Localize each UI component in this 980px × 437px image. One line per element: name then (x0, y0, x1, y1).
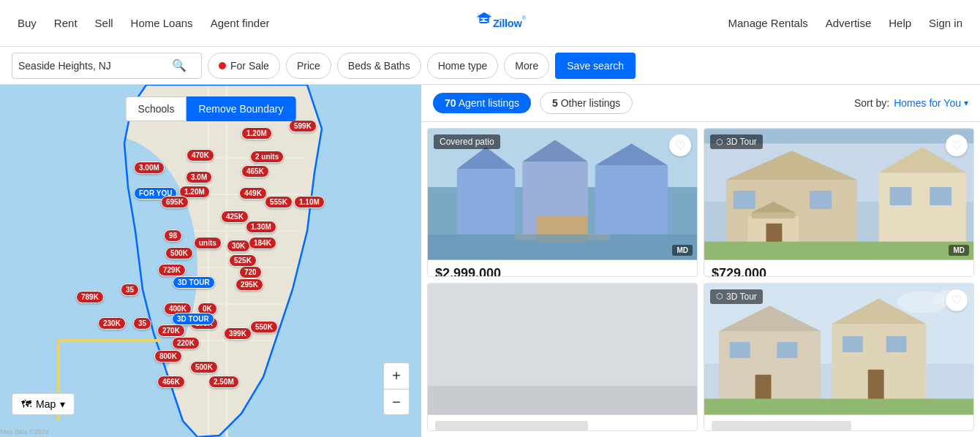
top-nav: Buy Rent Sell Home Loans Agent finder Zi… (0, 0, 980, 47)
search-input-wrap[interactable]: 🔍 (12, 53, 202, 79)
nav-left: Buy Rent Sell Home Loans Agent finder (18, 17, 270, 29)
home-type-button[interactable]: Home type (427, 53, 499, 79)
listing-heart-1[interactable]: ♡ (669, 134, 691, 156)
cube-icon: ⬡ (716, 137, 723, 147)
svg-rect-27 (595, 165, 668, 234)
svg-rect-46 (704, 242, 973, 260)
svg-text:®: ® (522, 15, 526, 20)
svg-rect-44 (890, 187, 912, 205)
listing-price-1: $2,999,000 (435, 266, 690, 277)
listing-heart-2[interactable]: ♡ (946, 134, 968, 156)
listings-header: 70 Agent listings 5 Other listings Sort … (421, 85, 980, 122)
svg-rect-45 (930, 187, 951, 205)
map-buttons-top: Schools Remove Boundary (126, 96, 296, 121)
nav-sign-in[interactable]: Sign in (929, 17, 962, 29)
listing-info-1: $2,999,000 5 bds 5 ba -- sqft · House fo… (428, 260, 697, 277)
svg-rect-59 (886, 336, 907, 352)
svg-rect-41 (810, 191, 832, 209)
beds-baths-button[interactable]: Beds & Baths (337, 53, 421, 79)
listing-logo-1: MD (672, 245, 693, 256)
nav-manage-rentals[interactable]: Manage Rentals (728, 17, 807, 29)
save-search-button[interactable]: Save search (555, 53, 636, 79)
svg-rect-37 (752, 213, 796, 218)
search-input[interactable] (18, 60, 172, 72)
listing-card-2[interactable]: ⬡ 3D Tour ♡ MD $729,000 4 bds 2 ba -- sq… (704, 128, 974, 277)
nav-rent[interactable]: Rent (54, 17, 78, 29)
listing-card-1[interactable]: Covered patio ♡ MD $2,999,000 5 bds 5 ba… (427, 128, 698, 277)
listings-panel: 70 Agent listings 5 Other listings Sort … (421, 85, 980, 437)
chevron-down-icon: ▾ (60, 398, 65, 410)
map-type-button[interactable]: 🗺 Map ▾ (12, 393, 75, 415)
svg-text:Zillow: Zillow (493, 17, 522, 28)
nav-help[interactable]: Help (889, 17, 911, 29)
zoom-in-button[interactable]: + (383, 362, 410, 389)
svg-rect-49 (428, 385, 697, 414)
svg-rect-23 (457, 169, 516, 235)
listing-badge-1: Covered patio (434, 134, 500, 149)
listing-card-4[interactable]: ⬡ 3D Tour ♡ (704, 283, 974, 432)
zoom-out-button[interactable]: − (383, 389, 410, 415)
svg-rect-56 (730, 342, 750, 358)
svg-rect-62 (704, 398, 973, 414)
other-listings-tab[interactable]: 5 Other listings (540, 92, 633, 114)
agent-listings-tab[interactable]: 70 Agent listings (433, 93, 531, 113)
svg-rect-57 (777, 342, 797, 358)
svg-rect-31 (428, 235, 697, 260)
listings-grid: Covered patio ♡ MD $2,999,000 5 bds 5 ba… (421, 122, 980, 437)
listing-image-1: Covered patio ♡ MD (428, 129, 697, 260)
map-controls: + − (383, 362, 410, 415)
nav-advertise[interactable]: Advertise (826, 17, 872, 29)
nav-buy[interactable]: Buy (18, 17, 37, 29)
map-area[interactable]: Map data ©2024 Schools Remove Boundary 5… (0, 85, 421, 437)
svg-rect-58 (843, 336, 863, 352)
logo-container[interactable]: Zillow ® (470, 7, 528, 39)
listing-image-3 (428, 284, 697, 415)
listing-price-2: $729,000 (712, 266, 966, 277)
svg-text:Map data ©2024: Map data ©2024 (0, 428, 49, 436)
search-icon: 🔍 (172, 59, 186, 72)
listing-info-4 (704, 415, 973, 432)
zillow-logo: Zillow ® (470, 7, 528, 39)
nav-right: Manage Rentals Advertise Help Sign in (728, 17, 962, 29)
price-button[interactable]: Price (286, 53, 331, 79)
listing-badge-2: ⬡ 3D Tour (710, 134, 763, 149)
for-sale-button[interactable]: For Sale (208, 53, 280, 79)
listing-photo-3 (428, 284, 697, 415)
listing-logo-2: MD (949, 245, 969, 256)
sort-dropdown[interactable]: Homes for You ▾ (894, 97, 968, 109)
listing-heart-4[interactable]: ♡ (946, 289, 968, 311)
listing-card-3[interactable] (427, 283, 698, 432)
svg-point-16 (22, 136, 197, 399)
main-content: Map data ©2024 Schools Remove Boundary 5… (0, 85, 980, 437)
map-icon: 🗺 (21, 398, 31, 410)
listing-image-2: ⬡ 3D Tour ♡ MD (704, 129, 973, 260)
svg-rect-40 (734, 191, 755, 209)
sort-chevron-icon: ▾ (964, 98, 968, 108)
cube-icon-4: ⬡ (716, 292, 723, 301)
sort-by: Sort by: Homes for You ▾ (854, 97, 968, 109)
listing-badge-4: ⬡ 3D Tour (710, 289, 763, 304)
remove-boundary-button[interactable]: Remove Boundary (186, 96, 295, 121)
map-background: Map data ©2024 (0, 85, 421, 437)
nav-agent-finder[interactable]: Agent finder (211, 17, 270, 29)
red-dot-icon (219, 62, 226, 69)
filter-bar: 🔍 For Sale Price Beds & Baths Home type … (0, 47, 980, 85)
schools-button[interactable]: Schools (126, 96, 186, 121)
search-icon-button[interactable]: 🔍 (172, 58, 186, 72)
listing-image-4: ⬡ 3D Tour ♡ (704, 284, 973, 415)
listing-info-2: $729,000 4 bds 2 ba -- sqft · Multi-fami… (704, 260, 973, 277)
listing-info-3 (428, 415, 697, 432)
more-button[interactable]: More (504, 53, 549, 79)
nav-home-loans[interactable]: Home Loans (131, 17, 193, 29)
nav-sell[interactable]: Sell (95, 17, 113, 29)
